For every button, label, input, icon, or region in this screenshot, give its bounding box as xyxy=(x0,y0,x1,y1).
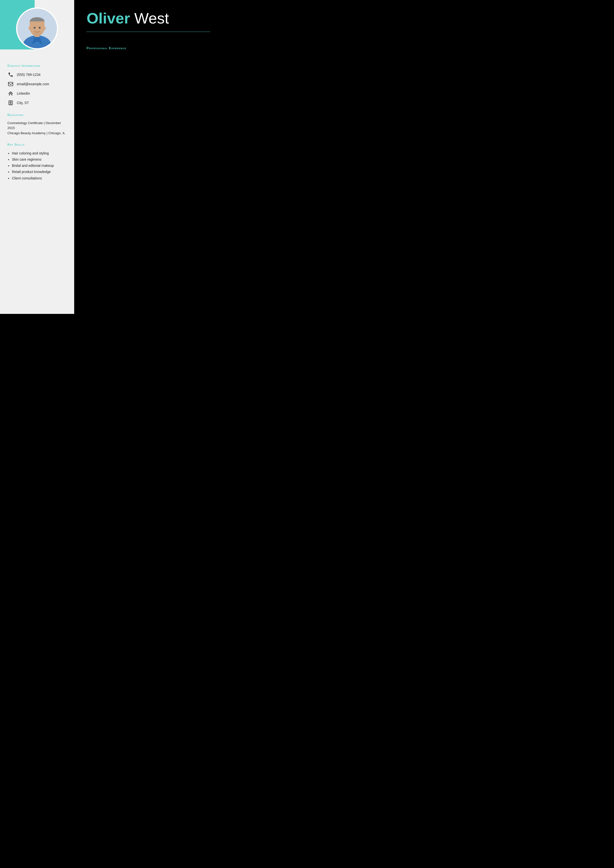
main-content-area: Oliver West Professional Experience xyxy=(74,0,222,314)
skill-item: Bridal and editorial makeup xyxy=(12,163,67,169)
contact-email: email@example.com xyxy=(8,81,67,87)
svg-point-7 xyxy=(39,27,41,29)
contact-phone: (555) 789-1234 xyxy=(8,71,67,78)
phone-icon xyxy=(8,71,14,78)
header-block: Oliver West xyxy=(74,0,222,39)
skill-item: Skin care regimens xyxy=(12,157,67,163)
education-block: Cosmetology Certificate | December 2015 … xyxy=(8,121,67,136)
linkedin-value: LinkedIn xyxy=(17,91,30,95)
avatar-wrapper xyxy=(0,0,74,54)
sidebar-content: Contact Information (555) 789-1234 email… xyxy=(0,54,74,189)
email-value: email@example.com xyxy=(17,82,49,86)
contact-linkedin: LinkedIn xyxy=(8,90,67,97)
avatar-image xyxy=(17,9,57,48)
phone-value: (555) 789-1234 xyxy=(17,73,40,77)
svg-point-18 xyxy=(10,102,11,103)
contact-location: City, ST xyxy=(8,99,67,106)
svg-point-12 xyxy=(10,92,11,93)
skills-list: Hair coloring and styling Skin care regi… xyxy=(8,150,67,181)
education-section-title: Education xyxy=(8,113,67,117)
svg-point-6 xyxy=(34,27,36,29)
skill-item: Hair coloring and styling xyxy=(12,150,67,157)
contact-section-title: Contact Information xyxy=(8,64,67,67)
skill-item: Client consultations xyxy=(12,175,67,181)
svg-point-9 xyxy=(43,26,45,30)
skill-item: Retail product knowledge xyxy=(12,169,67,175)
svg-point-10 xyxy=(33,32,41,36)
experience-section: Professional Experience xyxy=(74,39,222,314)
last-name: West xyxy=(134,9,169,27)
svg-line-15 xyxy=(9,93,10,95)
education-degree: Cosmetology Certificate | December 2015 xyxy=(8,121,67,131)
svg-rect-5 xyxy=(30,22,45,26)
svg-rect-11 xyxy=(8,82,13,86)
location-icon xyxy=(8,99,14,106)
linkedin-icon xyxy=(8,90,14,97)
sidebar: Contact Information (555) 789-1234 email… xyxy=(0,0,74,314)
location-value: City, ST xyxy=(17,101,29,105)
email-icon xyxy=(8,81,14,87)
education-school: Chicago Beauty Academy | Chicago, IL xyxy=(8,131,67,136)
svg-line-16 xyxy=(12,93,12,95)
svg-point-8 xyxy=(28,26,31,30)
full-name: Oliver West xyxy=(87,10,210,27)
experience-title: Professional Experience xyxy=(87,46,210,50)
avatar xyxy=(16,8,58,50)
first-name: Oliver xyxy=(87,9,130,27)
skills-section-title: Key Skills xyxy=(8,143,67,146)
